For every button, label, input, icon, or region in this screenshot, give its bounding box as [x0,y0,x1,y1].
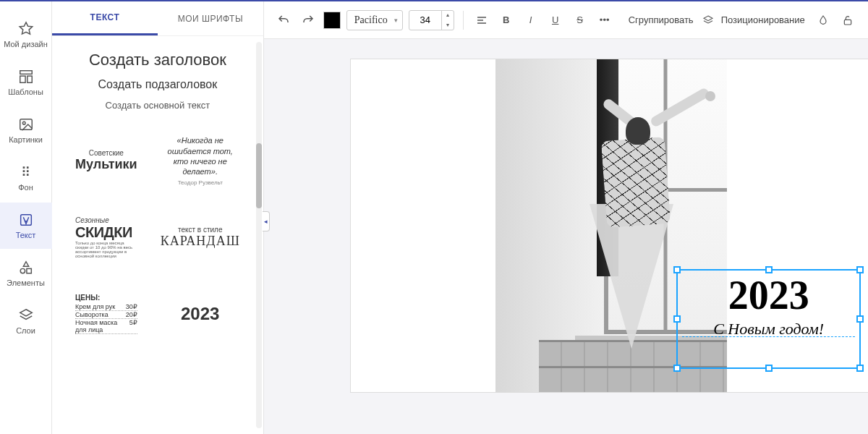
resize-handle-bl[interactable] [673,365,681,372]
droplet-icon [817,14,829,26]
create-body-text[interactable]: Создать основной текст [69,100,246,111]
strikethrough-button[interactable]: S [571,11,590,30]
create-subheading[interactable]: Создать подзаголовок [69,78,246,91]
italic-icon: I [529,14,532,25]
template-karandash[interactable]: текст в стиле КАРАНДАШ [155,205,246,270]
price-value: 30₽ [126,303,137,310]
underline-icon: U [552,14,558,25]
resize-handle-mb[interactable] [765,365,773,372]
layers-icon [702,14,714,26]
main-area: Pacifico ▴ ▾ B I U S ••• Сгруппировать П… [264,1,868,434]
price-row: Сыворотка20₽ [75,311,137,319]
layers-icon [18,307,34,323]
nav-templates[interactable]: Шаблоны [0,59,52,106]
nav-label: Слои [16,326,35,335]
grid-icon: ⠿ [18,164,34,180]
nav-my-design[interactable]: Мой дизайн [0,12,52,58]
redo-button[interactable] [299,11,318,30]
resize-handle-br[interactable] [856,365,864,372]
nav-text[interactable]: Текст [0,203,52,249]
font-size-field[interactable] [409,14,441,25]
price-name: Ночная маска для лица [75,319,129,333]
svg-point-6 [20,268,25,273]
font-name: Pacifico [354,14,388,26]
canvas-text-greeting[interactable]: С Новым годом! [678,320,859,339]
nav-background[interactable]: ⠿ Фон [0,155,52,201]
template-title: Мультики [75,157,137,172]
template-quote[interactable]: «Никогда не ошибается тот, кто ничего не… [155,128,246,193]
star-icon [18,21,34,37]
text-panel: ТЕКСТ МОИ ШРИФТЫ Создать заголовок Созда… [52,1,264,434]
resize-handle-tr[interactable] [856,266,864,273]
design-canvas[interactable]: 2023 С Новым годом! [351,59,868,392]
nav-images[interactable]: Картинки [0,107,52,153]
price-name: Сыворотка [75,311,109,318]
resize-handle-mr[interactable] [856,315,864,323]
bold-icon: B [503,14,509,25]
svg-rect-1 [20,76,25,82]
canvas-text-year[interactable]: 2023 [678,275,859,315]
more-icon: ••• [600,14,610,25]
selection-midline [682,336,855,337]
nav-elements[interactable]: Элементы [0,250,52,297]
left-nav: Мой дизайн Шаблоны Картинки ⠿ Фон Текст … [0,1,52,434]
svg-rect-0 [20,71,32,75]
separator [463,11,464,30]
price-row: Крем для рук30₽ [75,303,137,311]
price-name: Крем для рук [75,303,115,310]
create-heading[interactable]: Создать заголовок [69,51,246,69]
shapes-icon [18,260,34,276]
resize-handle-mt[interactable] [765,266,773,273]
nav-layers[interactable]: Слои [0,298,52,344]
position-button[interactable]: Позиционирование [702,14,808,26]
redo-icon [302,14,315,27]
underline-button[interactable]: U [546,11,565,30]
toolbar: Pacifico ▴ ▾ B I U S ••• Сгруппировать П… [264,1,868,39]
svg-rect-8 [844,20,851,25]
nav-label: Мой дизайн [4,40,48,48]
panel-scrollbar[interactable] [256,42,262,428]
undo-button[interactable] [274,11,293,30]
bold-button[interactable]: B [497,11,516,30]
template-prices-title: ЦЕНЫ: [75,294,100,302]
tab-my-fonts[interactable]: МОИ ШРИФТЫ [158,1,263,35]
tab-text[interactable]: ТЕКСТ [52,1,158,35]
template-prices[interactable]: ЦЕНЫ: Крем для рук30₽ Сыворотка20₽ Ночна… [69,281,143,346]
font-family-select[interactable]: Pacifico [346,10,403,30]
nav-label: Текст [16,231,36,239]
template-desc: Только до конца месяца скидки от 10 до 9… [75,241,137,258]
resize-handle-tl[interactable] [673,266,681,273]
font-size-up[interactable]: ▴ [442,10,454,20]
template-quote-author: Теодор Рузвельт [178,179,223,186]
scrollbar-thumb[interactable] [256,143,262,208]
unlock-icon [842,14,854,26]
svg-rect-2 [27,76,31,82]
font-size-input[interactable]: ▴ ▾ [409,10,454,30]
template-quote-text: «Никогда не ошибается тот, кто ничего не… [161,135,240,176]
template-year[interactable]: 2023 [155,281,246,346]
font-size-down[interactable]: ▾ [442,20,454,30]
panel-body: Создать заголовок Создать подзаголовок С… [52,36,263,434]
canvas-viewport[interactable]: 2023 С Новым годом! [264,39,868,434]
template-subtitle: Советские [89,149,124,157]
nav-label: Шаблоны [8,88,43,96]
more-options-button[interactable]: ••• [595,11,614,30]
price-row: Ночная маска для лица5₽ [75,319,137,334]
duplicate-button[interactable] [863,11,868,30]
group-button[interactable]: Сгруппировать [626,14,697,25]
collapse-panel-button[interactable]: ◂ [263,211,270,231]
image-icon [18,116,34,132]
lock-button[interactable] [838,11,857,30]
align-button[interactable] [472,11,491,30]
template-title: 2023 [181,304,219,324]
italic-button[interactable]: I [522,11,540,30]
template-subtitle: Сезонные [75,216,109,224]
template-sovetskie[interactable]: Советские Мультики [69,128,143,193]
text-color-swatch[interactable] [323,12,341,29]
selected-text-element[interactable]: 2023 С Новым годом! [676,269,861,369]
opacity-button[interactable] [814,11,833,30]
panel-tabs: ТЕКСТ МОИ ШРИФТЫ [52,1,263,36]
template-skidki[interactable]: Сезонные СКИДКИ Только до конца месяца с… [69,205,143,270]
text-icon [18,212,34,228]
resize-handle-ml[interactable] [673,315,681,323]
